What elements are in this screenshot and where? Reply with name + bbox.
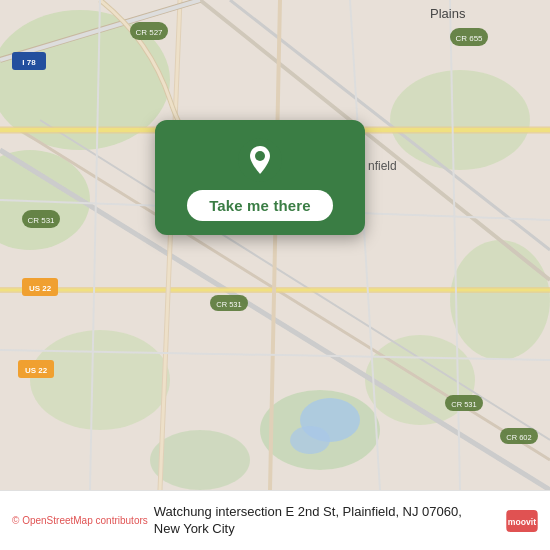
svg-text:US 22: US 22 <box>25 366 48 375</box>
address-line2: New York City <box>154 521 235 536</box>
svg-text:CR 655: CR 655 <box>455 34 483 43</box>
svg-point-3 <box>390 70 530 170</box>
moovit-logo: moovit <box>506 510 538 532</box>
svg-text:CR 531: CR 531 <box>216 300 241 309</box>
map-view: I 78 CR 527 US 22 CR 655 CR 531 US 22 nf… <box>0 0 550 490</box>
svg-point-8 <box>150 430 250 490</box>
moovit-icon: moovit <box>506 510 538 532</box>
svg-point-10 <box>290 426 330 454</box>
svg-text:moovit: moovit <box>508 516 536 526</box>
address-text: Watchung intersection E 2nd St, Plainfie… <box>154 504 498 538</box>
osm-credit: © OpenStreetMap contributors <box>12 515 148 526</box>
address-line1: Watchung intersection E 2nd St, Plainfie… <box>154 504 462 519</box>
svg-text:CR 531: CR 531 <box>27 216 55 225</box>
svg-text:CR 531: CR 531 <box>451 400 476 409</box>
svg-text:CR 527: CR 527 <box>135 28 163 37</box>
map-svg: I 78 CR 527 US 22 CR 655 CR 531 US 22 nf… <box>0 0 550 490</box>
svg-point-53 <box>255 151 265 161</box>
svg-text:nfield: nfield <box>368 159 397 173</box>
svg-text:Plains: Plains <box>430 6 466 21</box>
bottom-bar: © OpenStreetMap contributors Watchung in… <box>0 490 550 550</box>
location-popup: Take me there <box>155 120 365 235</box>
svg-point-6 <box>30 330 170 430</box>
location-pin-icon <box>238 138 282 182</box>
svg-text:CR 602: CR 602 <box>506 433 531 442</box>
svg-text:I 78: I 78 <box>22 58 36 67</box>
svg-point-4 <box>450 240 550 360</box>
svg-text:US 22: US 22 <box>29 284 52 293</box>
take-me-there-button[interactable]: Take me there <box>187 190 333 221</box>
